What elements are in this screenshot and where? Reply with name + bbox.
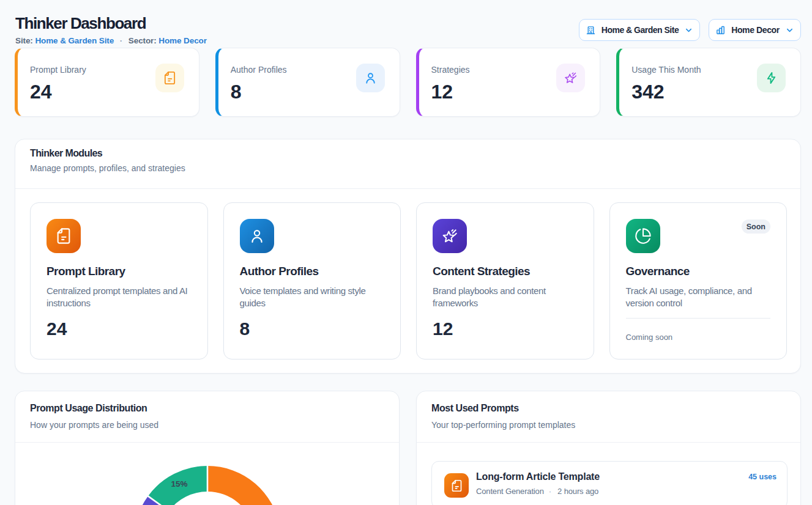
svg-text:15%: 15% [171, 479, 187, 488]
